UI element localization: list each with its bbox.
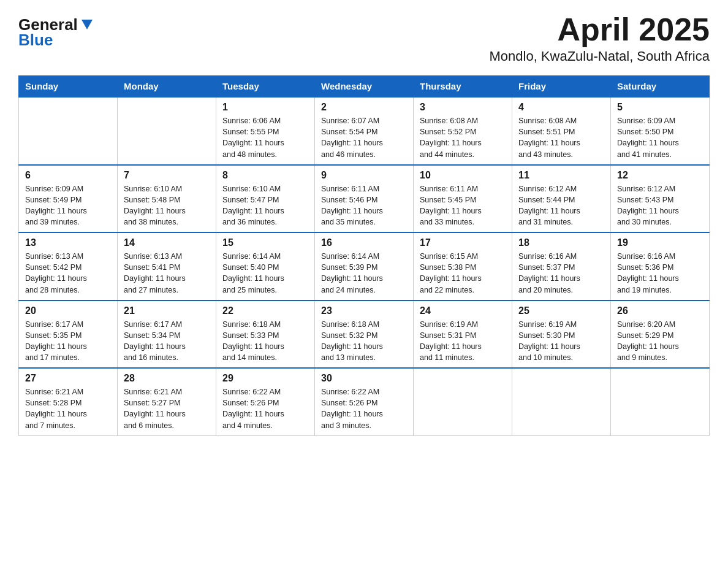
day-number: 7 [124, 170, 210, 181]
calendar-cell: 25Sunrise: 6:19 AM Sunset: 5:30 PM Dayli… [512, 301, 611, 369]
calendar-cell [414, 368, 512, 435]
col-wednesday: Wednesday [315, 76, 414, 98]
calendar-table: Sunday Monday Tuesday Wednesday Thursday… [18, 75, 710, 436]
day-number: 26 [617, 305, 703, 316]
day-info: Sunrise: 6:09 AM Sunset: 5:50 PM Dayligh… [617, 115, 703, 160]
day-number: 4 [518, 102, 604, 113]
day-info: Sunrise: 6:13 AM Sunset: 5:41 PM Dayligh… [124, 251, 210, 296]
calendar-cell: 26Sunrise: 6:20 AM Sunset: 5:29 PM Dayli… [611, 301, 710, 369]
calendar-cell [19, 97, 118, 165]
day-info: Sunrise: 6:20 AM Sunset: 5:29 PM Dayligh… [617, 319, 703, 364]
calendar-cell: 20Sunrise: 6:17 AM Sunset: 5:35 PM Dayli… [19, 301, 118, 369]
day-info: Sunrise: 6:19 AM Sunset: 5:31 PM Dayligh… [420, 319, 506, 364]
col-thursday: Thursday [414, 76, 512, 98]
day-info: Sunrise: 6:09 AM Sunset: 5:49 PM Dayligh… [25, 183, 111, 228]
calendar-cell [611, 368, 710, 435]
day-info: Sunrise: 6:19 AM Sunset: 5:30 PM Dayligh… [518, 319, 604, 364]
day-number: 29 [222, 373, 308, 384]
calendar-cell: 7Sunrise: 6:10 AM Sunset: 5:48 PM Daylig… [118, 165, 216, 233]
col-sunday: Sunday [19, 76, 118, 98]
day-info: Sunrise: 6:12 AM Sunset: 5:43 PM Dayligh… [617, 183, 703, 228]
calendar-cell: 1Sunrise: 6:06 AM Sunset: 5:55 PM Daylig… [216, 97, 315, 165]
logo-blue: Blue [18, 31, 53, 50]
calendar-cell: 5Sunrise: 6:09 AM Sunset: 5:50 PM Daylig… [611, 97, 710, 165]
calendar-cell: 13Sunrise: 6:13 AM Sunset: 5:42 PM Dayli… [19, 232, 118, 301]
col-friday: Friday [512, 76, 611, 98]
day-number: 28 [124, 373, 210, 384]
calendar-cell: 9Sunrise: 6:11 AM Sunset: 5:46 PM Daylig… [315, 165, 414, 233]
calendar-cell: 17Sunrise: 6:15 AM Sunset: 5:38 PM Dayli… [414, 232, 512, 301]
day-info: Sunrise: 6:07 AM Sunset: 5:54 PM Dayligh… [321, 115, 407, 160]
calendar-cell: 16Sunrise: 6:14 AM Sunset: 5:39 PM Dayli… [315, 232, 414, 301]
day-number: 6 [25, 170, 111, 181]
day-info: Sunrise: 6:21 AM Sunset: 5:28 PM Dayligh… [25, 386, 111, 431]
calendar-cell: 3Sunrise: 6:08 AM Sunset: 5:52 PM Daylig… [414, 97, 512, 165]
day-info: Sunrise: 6:11 AM Sunset: 5:45 PM Dayligh… [420, 183, 506, 228]
day-number: 20 [25, 305, 111, 316]
day-info: Sunrise: 6:18 AM Sunset: 5:32 PM Dayligh… [321, 319, 407, 364]
day-info: Sunrise: 6:10 AM Sunset: 5:47 PM Dayligh… [222, 183, 308, 228]
day-number: 1 [222, 102, 308, 113]
calendar-week-row-4: 20Sunrise: 6:17 AM Sunset: 5:35 PM Dayli… [19, 301, 710, 369]
day-number: 23 [321, 305, 407, 316]
calendar-cell: 19Sunrise: 6:16 AM Sunset: 5:36 PM Dayli… [611, 232, 710, 301]
logo: General Blue [18, 12, 95, 50]
day-info: Sunrise: 6:17 AM Sunset: 5:35 PM Dayligh… [25, 319, 111, 364]
day-info: Sunrise: 6:15 AM Sunset: 5:38 PM Dayligh… [420, 251, 506, 296]
calendar-header-row: Sunday Monday Tuesday Wednesday Thursday… [19, 76, 710, 98]
calendar-cell: 8Sunrise: 6:10 AM Sunset: 5:47 PM Daylig… [216, 165, 315, 233]
day-number: 24 [420, 305, 506, 316]
page-header: General Blue April 2025 Mondlo, KwaZulu-… [18, 12, 710, 64]
day-info: Sunrise: 6:12 AM Sunset: 5:44 PM Dayligh… [518, 183, 604, 228]
day-number: 16 [321, 237, 407, 248]
calendar-cell [118, 97, 216, 165]
day-number: 2 [321, 102, 407, 113]
calendar-cell [512, 368, 611, 435]
day-info: Sunrise: 6:08 AM Sunset: 5:52 PM Dayligh… [420, 115, 506, 160]
calendar-cell: 11Sunrise: 6:12 AM Sunset: 5:44 PM Dayli… [512, 165, 611, 233]
calendar-cell: 21Sunrise: 6:17 AM Sunset: 5:34 PM Dayli… [118, 301, 216, 369]
calendar-cell: 14Sunrise: 6:13 AM Sunset: 5:41 PM Dayli… [118, 232, 216, 301]
day-number: 9 [321, 170, 407, 181]
calendar-cell: 30Sunrise: 6:22 AM Sunset: 5:26 PM Dayli… [315, 368, 414, 435]
day-number: 11 [518, 170, 604, 181]
day-number: 3 [420, 102, 506, 113]
day-info: Sunrise: 6:18 AM Sunset: 5:33 PM Dayligh… [222, 319, 308, 364]
day-number: 21 [124, 305, 210, 316]
page-subtitle: Mondlo, KwaZulu-Natal, South Africa [489, 48, 710, 64]
day-info: Sunrise: 6:11 AM Sunset: 5:46 PM Dayligh… [321, 183, 407, 228]
day-number: 12 [617, 170, 703, 181]
day-number: 25 [518, 305, 604, 316]
day-number: 22 [222, 305, 308, 316]
calendar-cell: 27Sunrise: 6:21 AM Sunset: 5:28 PM Dayli… [19, 368, 118, 435]
col-saturday: Saturday [611, 76, 710, 98]
calendar-week-row-5: 27Sunrise: 6:21 AM Sunset: 5:28 PM Dayli… [19, 368, 710, 435]
day-info: Sunrise: 6:14 AM Sunset: 5:39 PM Dayligh… [321, 251, 407, 296]
day-info: Sunrise: 6:13 AM Sunset: 5:42 PM Dayligh… [25, 251, 111, 296]
calendar-week-row-2: 6Sunrise: 6:09 AM Sunset: 5:49 PM Daylig… [19, 165, 710, 233]
calendar-cell: 23Sunrise: 6:18 AM Sunset: 5:32 PM Dayli… [315, 301, 414, 369]
day-number: 8 [222, 170, 308, 181]
day-number: 5 [617, 102, 703, 113]
page-title: April 2025 [489, 12, 710, 47]
calendar-cell: 4Sunrise: 6:08 AM Sunset: 5:51 PM Daylig… [512, 97, 611, 165]
day-number: 27 [25, 373, 111, 384]
calendar-cell: 15Sunrise: 6:14 AM Sunset: 5:40 PM Dayli… [216, 232, 315, 301]
calendar-cell: 2Sunrise: 6:07 AM Sunset: 5:54 PM Daylig… [315, 97, 414, 165]
day-info: Sunrise: 6:22 AM Sunset: 5:26 PM Dayligh… [222, 386, 308, 431]
calendar-cell: 22Sunrise: 6:18 AM Sunset: 5:33 PM Dayli… [216, 301, 315, 369]
day-number: 10 [420, 170, 506, 181]
calendar-cell: 6Sunrise: 6:09 AM Sunset: 5:49 PM Daylig… [19, 165, 118, 233]
col-monday: Monday [118, 76, 216, 98]
day-info: Sunrise: 6:16 AM Sunset: 5:36 PM Dayligh… [617, 251, 703, 296]
svg-marker-0 [82, 20, 93, 29]
day-number: 17 [420, 237, 506, 248]
col-tuesday: Tuesday [216, 76, 315, 98]
calendar-week-row-1: 1Sunrise: 6:06 AM Sunset: 5:55 PM Daylig… [19, 97, 710, 165]
calendar-cell: 24Sunrise: 6:19 AM Sunset: 5:31 PM Dayli… [414, 301, 512, 369]
title-block: April 2025 Mondlo, KwaZulu-Natal, South … [489, 12, 710, 64]
day-number: 13 [25, 237, 111, 248]
day-info: Sunrise: 6:08 AM Sunset: 5:51 PM Dayligh… [518, 115, 604, 160]
calendar-cell: 18Sunrise: 6:16 AM Sunset: 5:37 PM Dayli… [512, 232, 611, 301]
day-info: Sunrise: 6:17 AM Sunset: 5:34 PM Dayligh… [124, 319, 210, 364]
